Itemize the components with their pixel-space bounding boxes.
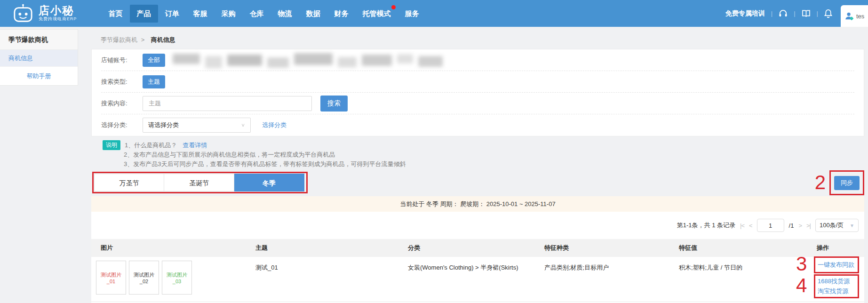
sync-button[interactable]: 同步	[834, 176, 860, 190]
product-image-2[interactable]: 测试图片_02	[129, 261, 159, 295]
nav-item-orders[interactable]: 订单	[158, 5, 186, 23]
shop-all-button[interactable]: 全部	[143, 54, 165, 67]
col-header-actions: 操作	[817, 239, 829, 257]
product-thumbnails: 测试图片_01 测试图片_02 测试图片_03	[96, 261, 192, 295]
app-logo[interactable]: 店小秘 免费跨境电商ERP	[12, 4, 77, 24]
search-type-label: 搜索类型:	[101, 78, 143, 86]
product-image-1[interactable]: 测试图片_01	[96, 261, 126, 295]
caret-down-icon: ▼	[850, 223, 854, 228]
cell-feature-types: 产品类别;材质;目标用户	[544, 263, 609, 272]
user-name: tes	[856, 13, 864, 20]
nav-right: 免费专属培训 | | |	[725, 0, 868, 27]
chevron-down-icon: ∨	[241, 122, 245, 128]
page-size-value: 100条/页	[820, 221, 844, 230]
col-header-category: 分类	[408, 239, 420, 257]
top-nav: 店小秘 免费跨境电商ERP 首页 产品 订单 客服 采购 仓库 物流 数据 财务…	[0, 0, 868, 27]
page-size-select[interactable]: 100条/页 ▼	[815, 219, 859, 232]
breadcrumb-parent[interactable]: 季节爆款商机	[101, 36, 137, 43]
cell-category: 女装(Women's Clothing) > 半身裙(Skirts)	[408, 263, 518, 272]
cell-topic: 测试_01	[255, 263, 278, 272]
note-text-1: 1、什么是商机品？	[125, 141, 177, 150]
season-tabs: 万圣节 圣诞节 冬季	[94, 174, 304, 191]
annotation-box-sourcing: 1688找货源 淘宝找货源	[814, 274, 859, 298]
annotation-number-4: 4	[796, 276, 807, 295]
note-badge: 说明	[103, 140, 120, 150]
filter-row-category: 选择分类: 请选择分类 ∨ 选择分类	[101, 114, 854, 136]
col-header-feature-type: 特征种类	[544, 239, 569, 257]
category-select[interactable]: 请选择分类 ∨	[143, 118, 251, 133]
annotation-box-publish: 一键发布同款	[814, 256, 859, 273]
cell-feature-values: 积木;塑料;儿童 / 节日的	[679, 263, 742, 272]
one-click-publish-link[interactable]: 一键发布同款	[818, 261, 854, 269]
notes-section: 说明 1、什么是商机品？ 查看详情 2、发布产品信息与下面所展示的商机信息相类似…	[91, 141, 864, 168]
nav-item-purchasing[interactable]: 采购	[215, 5, 243, 23]
breadcrumb-separator: >	[141, 36, 145, 43]
nav-item-finance[interactable]: 财务	[327, 5, 356, 23]
tab-winter[interactable]: 冬季	[234, 174, 304, 191]
period-status-text: 当前处于 冬季 周期： 爬坡期： 2025-10-01 ~ 2025-11-07	[400, 200, 555, 208]
nav-item-services[interactable]: 服务	[398, 5, 426, 23]
blurred-shop-accounts	[173, 52, 443, 68]
prev-page-icon[interactable]: <	[749, 222, 752, 229]
annotation-number-3: 3	[796, 254, 807, 274]
pagination: 第1-1条，共 1 条记录 |< < /1 > >| 100条/页 ▼	[91, 212, 864, 239]
category-select-value: 请选择分类	[148, 121, 179, 129]
product-image-3[interactable]: 测试图片_03	[162, 261, 192, 295]
search-button[interactable]: 搜索	[320, 96, 348, 112]
nav-item-hosting-label: 托管模式	[363, 9, 391, 17]
nav-item-data[interactable]: 数据	[299, 5, 327, 23]
sidebar-title: 季节爆款商机	[0, 30, 78, 50]
sidebar-item-help-manual[interactable]: 帮助手册	[0, 66, 78, 85]
tab-halloween[interactable]: 万圣节	[94, 174, 164, 191]
filter-row-shop: 店铺账号: 全部	[101, 49, 854, 71]
search-type-topic-button[interactable]: 主题	[143, 75, 165, 88]
search-content-label: 搜索内容:	[101, 99, 143, 108]
free-training-link[interactable]: 免费专属培训	[725, 9, 765, 18]
sidebar-item-business-info[interactable]: 商机信息	[0, 50, 78, 66]
table-row: 测试图片_01 测试图片_02 测试图片_03 测试_01 女装(Women's…	[91, 257, 864, 302]
col-header-topic: 主题	[255, 239, 268, 257]
logo-subtitle: 免费跨境电商ERP	[39, 16, 77, 22]
annotation-box-sync: 同步	[829, 170, 864, 195]
view-details-link[interactable]: 查看详情	[183, 141, 207, 150]
filter-row-search-content: 搜索内容: 搜索	[101, 93, 854, 114]
sidebar: 季节爆款商机 商机信息 帮助手册	[0, 29, 78, 86]
nav-item-hosting-mode[interactable]: 托管模式	[356, 5, 398, 23]
logo-text: 店小秘 免费跨境电商ERP	[39, 5, 77, 22]
pagination-summary: 第1-1条，共 1 条记录	[677, 221, 735, 230]
note-line-2: 2、发布产品信息与下面所展示的商机信息相类似，将一定程度成为平台商机品	[124, 150, 864, 159]
separator: |	[794, 10, 795, 17]
page-total: /1	[789, 222, 794, 229]
nav-item-warehouse[interactable]: 仓库	[243, 5, 271, 23]
page-number-input[interactable]	[757, 219, 784, 232]
results-panel: 第1-1条，共 1 条记录 |< < /1 > >| 100条/页 ▼ 图片 主…	[91, 212, 864, 303]
headset-icon[interactable]	[779, 9, 788, 18]
search-input[interactable]	[143, 96, 312, 111]
nav-item-logistics[interactable]: 物流	[271, 5, 299, 23]
choose-category-link[interactable]: 选择分类	[262, 121, 287, 129]
col-header-image: 图片	[101, 239, 113, 257]
table-header: 图片 主题 分类 特征种类 特征值 操作	[91, 239, 864, 257]
tab-christmas[interactable]: 圣诞节	[164, 174, 234, 191]
first-page-icon[interactable]: |<	[740, 222, 744, 229]
manual-book-icon[interactable]	[802, 9, 811, 17]
filter-panel: 店铺账号: 全部 搜索类型: 主题 搜索内容: 搜索 选择分类:	[91, 49, 864, 136]
shop-account-label: 店铺账号:	[101, 56, 143, 64]
user-account-button[interactable]: tes	[841, 5, 868, 27]
category-label: 选择分类:	[101, 121, 143, 129]
notification-dot	[391, 5, 396, 9]
find-source-1688-link[interactable]: 1688找货源	[818, 277, 858, 286]
robot-logo-icon	[12, 4, 34, 24]
nav-item-home[interactable]: 首页	[102, 5, 130, 23]
nav-item-customer-service[interactable]: 客服	[186, 5, 215, 23]
col-header-feature-value: 特征值	[679, 239, 697, 257]
note-line-1: 说明 1、什么是商机品？ 查看详情	[103, 141, 864, 150]
bell-icon[interactable]	[824, 9, 832, 18]
find-source-taobao-link[interactable]: 淘宝找货源	[818, 287, 858, 295]
separator: |	[771, 10, 772, 17]
next-page-icon[interactable]: >	[798, 222, 802, 229]
separator: |	[817, 10, 818, 17]
last-page-icon[interactable]: >|	[806, 222, 811, 229]
period-status-bar: 当前处于 冬季 周期： 爬坡期： 2025-10-01 ~ 2025-11-07	[91, 196, 864, 212]
nav-item-products[interactable]: 产品	[130, 5, 158, 23]
